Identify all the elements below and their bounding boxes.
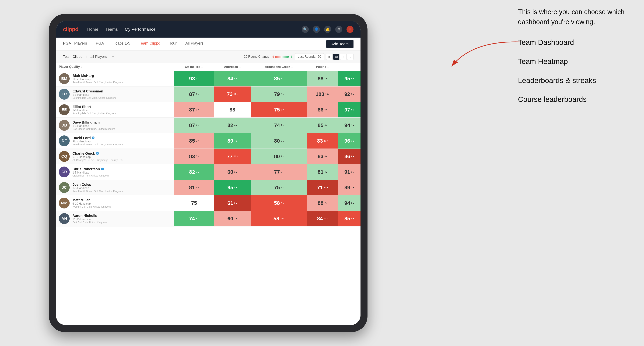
metric-cell-aroundGreen[interactable]: 85 3▼ <box>307 118 338 133</box>
header-approach[interactable]: Approach — <box>214 63 251 71</box>
metric-cell-aroundGreen[interactable]: 88 2▼ <box>307 195 338 211</box>
table-row[interactable]: BM Blair McHarg Plus Handicap Royal Nort… <box>56 71 360 86</box>
metric-cell-playerQuality[interactable]: 83 3▼ <box>174 149 214 164</box>
metric-cell-offTee[interactable]: 61 3▼ <box>214 195 251 211</box>
metric-cell-playerQuality[interactable]: 87 1▲ <box>174 86 214 102</box>
table-row[interactable]: EC Edward Crossman 1-5 Handicap Sunningd… <box>56 86 360 102</box>
metric-cell-offTee[interactable]: 60 2▲ <box>214 164 251 180</box>
player-club: Woburn Golf Club, United Kingdom <box>72 205 110 208</box>
metric-cell-approach[interactable]: 79 9▲ <box>251 86 307 102</box>
metric-cell-offTee[interactable]: 60 1▼ <box>214 211 251 226</box>
metric-cell-playerQuality[interactable]: 74 8▲ <box>174 211 214 226</box>
notifications-icon[interactable]: 🔔 <box>324 26 331 33</box>
metric-cell-offTee[interactable]: 89 7▲ <box>214 133 251 149</box>
metric-cell-aroundGreen[interactable]: 84 21▲ <box>307 211 338 226</box>
metric-cell-playerQuality[interactable]: 82 3▲ <box>174 164 214 180</box>
metric-cell-playerQuality[interactable]: 75 <box>174 195 214 211</box>
metric-cell-offTee[interactable]: 95 8▲ <box>214 180 251 195</box>
metric-cell-playerQuality[interactable]: 93 4▲ <box>174 71 214 86</box>
table-row[interactable]: MM Matt Miller 6-10 Handicap Woburn Golf… <box>56 195 360 211</box>
metric-box: 75 <box>174 195 214 211</box>
metric-cell-approach[interactable]: 58 4▲ <box>251 195 307 211</box>
search-icon[interactable]: 🔍 <box>302 26 309 33</box>
metric-score: 71 <box>317 184 323 190</box>
round-change-section: 20 Round Change -5 +5 Last Rounds: 20 ⊞ … <box>244 53 354 60</box>
metric-cell-approach[interactable]: 80 1▲ <box>251 149 307 164</box>
metric-cell-approach[interactable]: 85 8▲ <box>251 71 307 86</box>
metric-cell-aroundGreen[interactable]: 83 6▼ <box>307 149 338 164</box>
view-list-icon[interactable]: ≡ <box>340 54 346 60</box>
add-team-button[interactable]: Add Team <box>326 40 354 48</box>
table-row[interactable]: CQ Charlie Quick ✓ 6-10 Handicap St. Geo… <box>56 149 360 164</box>
table-row[interactable]: CR Chris Robertson ✓ 1-5 Handicap Craigm… <box>56 164 360 180</box>
header-putting[interactable]: Putting — <box>307 63 338 71</box>
metric-cell-playerQuality[interactable]: 87 4▲ <box>174 118 214 133</box>
metric-cell-aroundGreen[interactable]: 88 1▼ <box>307 71 338 86</box>
metric-cell-putting[interactable]: 89 2▼ <box>338 180 360 195</box>
metric-cell-offTee[interactable]: 73 11▼ <box>214 86 251 102</box>
metric-cell-aroundGreen[interactable]: 83 10▼ <box>307 133 338 149</box>
tab-all-players[interactable]: All Players <box>185 41 204 47</box>
nav-teams[interactable]: Teams <box>105 27 118 32</box>
metric-cell-approach[interactable]: 75 2▲ <box>251 180 307 195</box>
metric-cell-approach[interactable]: 75 3▼ <box>251 102 307 118</box>
metric-cell-putting[interactable]: 91 3▼ <box>338 164 360 180</box>
metric-cell-aroundGreen[interactable]: 71 11▼ <box>307 180 338 195</box>
player-club: Gog Magog Golf Club, United Kingdom <box>72 128 115 130</box>
metric-cell-offTee[interactable]: 84 6▲ <box>214 71 251 86</box>
metric-cell-approach[interactable]: 58 10▲ <box>251 211 307 226</box>
metric-cell-putting[interactable]: 94 3▲ <box>338 195 360 211</box>
tab-pga[interactable]: PGA <box>96 41 104 47</box>
metric-cell-aroundGreen[interactable]: 103 15▲ <box>307 86 338 102</box>
metric-cell-approach[interactable]: 74 1▲ <box>251 118 307 133</box>
metric-cell-approach[interactable]: 77 3▼ <box>251 164 307 180</box>
table-row[interactable]: EE Elliot Ebert 1-5 Handicap Sunningdale… <box>56 102 360 118</box>
metric-cell-offTee[interactable]: 82 4▲ <box>214 118 251 133</box>
metric-cell-playerQuality[interactable]: 87 3▼ <box>174 102 214 118</box>
metric-cell-aroundGreen[interactable]: 86 6▼ <box>307 102 338 118</box>
metric-cell-offTee[interactable]: 88 <box>214 102 251 118</box>
nav-home[interactable]: Home <box>87 27 98 32</box>
table-row[interactable]: DF David Ford ✓ Plus Handicap Royal Nort… <box>56 133 360 149</box>
metric-cell-aroundGreen[interactable]: 81 4▲ <box>307 164 338 180</box>
tab-hcaps[interactable]: Hcaps 1-5 <box>113 41 130 47</box>
edit-icon[interactable]: ✏ <box>112 55 114 59</box>
table-row[interactable]: JC Josh Coles 1-5 Handicap Royal North D… <box>56 180 360 195</box>
last-rounds-button[interactable]: Last Rounds: 20 <box>295 53 324 60</box>
metric-cell-approach[interactable]: 80 3▲ <box>251 133 307 149</box>
metric-cell-putting[interactable]: 97 5▲ <box>338 102 360 118</box>
tab-tour[interactable]: Tour <box>169 41 176 47</box>
metric-score: 94 <box>344 200 350 206</box>
nav-my-performance[interactable]: My Performance <box>125 27 156 32</box>
metric-change: 2▼ <box>324 202 328 204</box>
metric-score: 89 <box>344 184 350 190</box>
tab-team-clippd[interactable]: Team Clippd <box>139 41 160 47</box>
metric-box: 86 6▼ <box>307 102 338 117</box>
metric-cell-putting[interactable]: 96 3▲ <box>338 133 360 149</box>
metric-change: 3▼ <box>351 171 354 173</box>
header-player-quality[interactable]: Player Quality ▼ <box>56 63 174 71</box>
header-around-green[interactable]: Around the Green — <box>251 63 307 71</box>
last-rounds-label: Last Rounds: <box>298 55 316 58</box>
metric-cell-putting[interactable]: 86 8▼ <box>338 149 360 164</box>
metric-cell-putting[interactable]: 95 9▲ <box>338 71 360 86</box>
view-more-icon[interactable]: ⇅ <box>347 54 354 60</box>
view-heatmap-icon[interactable]: ▦ <box>333 54 340 60</box>
header-off-tee[interactable]: Off the Tee — <box>174 63 214 71</box>
table-row[interactable]: DB Dave Billingham 1-5 Handicap Gog Mago… <box>56 118 360 133</box>
metric-cell-putting[interactable]: 85 4▼ <box>338 211 360 226</box>
player-badge: ✓ <box>92 137 94 139</box>
view-grid-icon[interactable]: ⊞ <box>326 54 332 60</box>
metric-cell-putting[interactable]: 94 1▲ <box>338 118 360 133</box>
user-avatar[interactable]: U <box>346 26 354 33</box>
metric-score: 60 <box>228 169 233 175</box>
tab-pgat-players[interactable]: PGAT Players <box>63 41 87 47</box>
table-row[interactable]: AN Aaron Nicholls 11-15 Handicap Drift G… <box>56 211 360 226</box>
metric-cell-putting[interactable]: 92 3▼ <box>338 86 360 102</box>
metric-cell-offTee[interactable]: 77 14▼ <box>214 149 251 164</box>
table-scroll[interactable]: Player Quality ▼ Off the Tee — Approach … <box>56 63 360 325</box>
profile-icon[interactable]: 👤 <box>313 26 320 33</box>
settings-icon[interactable]: ⚙ <box>335 26 342 33</box>
metric-cell-playerQuality[interactable]: 85 3▼ <box>174 133 214 149</box>
metric-cell-playerQuality[interactable]: 81 3▼ <box>174 180 214 195</box>
